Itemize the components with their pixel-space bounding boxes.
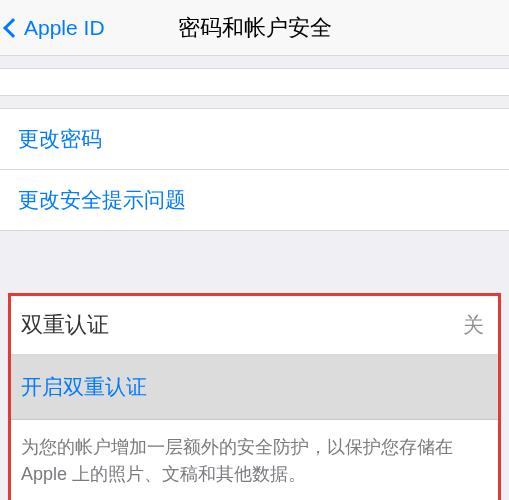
two-factor-status: 关 bbox=[463, 311, 484, 339]
two-factor-header: 双重认证 关 bbox=[11, 296, 498, 355]
back-label: Apple ID bbox=[24, 16, 105, 40]
two-factor-highlight: 双重认证 关 开启双重认证 为您的帐户增加一层额外的安全防护，以保护您存储在 A… bbox=[8, 293, 501, 500]
change-password-label: 更改密码 bbox=[18, 127, 102, 150]
change-security-questions-row[interactable]: 更改安全提示问题 bbox=[0, 169, 509, 230]
password-group: 更改密码 更改安全提示问题 bbox=[0, 108, 509, 231]
page-title: 密码和帐户安全 bbox=[178, 13, 332, 43]
two-factor-title: 双重认证 bbox=[21, 310, 109, 340]
change-security-questions-label: 更改安全提示问题 bbox=[18, 188, 186, 211]
change-password-row[interactable]: 更改密码 bbox=[0, 109, 509, 169]
blank-section bbox=[0, 68, 509, 96]
spacer bbox=[0, 231, 509, 293]
back-button[interactable]: Apple ID bbox=[0, 16, 105, 40]
enable-two-factor-label: 开启双重认证 bbox=[21, 375, 147, 398]
chevron-left-icon bbox=[3, 18, 23, 38]
spacer bbox=[0, 96, 509, 108]
spacer bbox=[0, 56, 509, 68]
enable-two-factor-row[interactable]: 开启双重认证 bbox=[11, 355, 498, 420]
two-factor-description: 为您的帐户增加一层额外的安全防护，以保护您存储在 Apple 上的照片、文稿和其… bbox=[11, 420, 498, 488]
nav-bar: Apple ID 密码和帐户安全 bbox=[0, 0, 509, 56]
